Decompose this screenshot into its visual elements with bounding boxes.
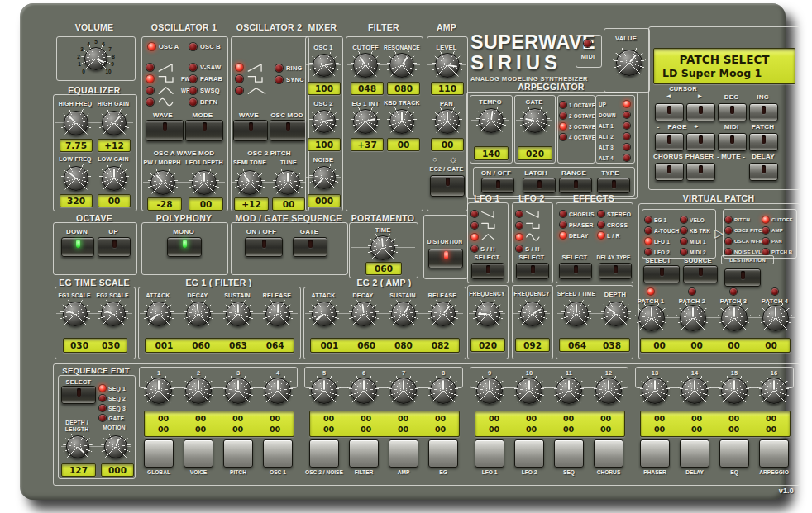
- value-knob[interactable]: [616, 50, 642, 76]
- portamento-time-knob[interactable]: [370, 235, 395, 260]
- low-gain-knob[interactable]: [102, 166, 127, 191]
- step-knob[interactable]: [721, 378, 748, 404]
- eq-page-button[interactable]: [719, 439, 749, 468]
- delay-mute-button[interactable]: [749, 163, 778, 181]
- tune-knob[interactable]: [275, 170, 300, 195]
- step-knob[interactable]: [225, 378, 251, 404]
- volume-knob[interactable]: [84, 47, 107, 70]
- cursor-left-button[interactable]: [655, 103, 684, 121]
- mixer-osc1-knob[interactable]: [313, 54, 336, 77]
- mixer-noise-knob[interactable]: [313, 166, 336, 189]
- arpeggio-page-button[interactable]: [759, 439, 789, 468]
- mixer-osc2-knob[interactable]: [313, 110, 336, 133]
- tempo-knob[interactable]: [479, 108, 504, 133]
- filter-page-button[interactable]: [349, 439, 379, 468]
- distortion-button[interactable]: [428, 249, 463, 268]
- eg1-attack-knob[interactable]: [146, 302, 171, 326]
- arp-latch-button[interactable]: [523, 178, 556, 193]
- step-knob[interactable]: [681, 378, 708, 404]
- lfo1-depth-knob[interactable]: [192, 170, 217, 195]
- low-freq-knob[interactable]: [64, 166, 88, 191]
- step-knob[interactable]: [595, 378, 622, 404]
- midi-button[interactable]: [718, 133, 747, 151]
- cursor-right-button[interactable]: [686, 103, 715, 121]
- semi-tone-knob[interactable]: [237, 170, 262, 195]
- mod-gate-onoff-button[interactable]: [245, 237, 283, 257]
- eg2-gate-button[interactable]: [430, 175, 465, 197]
- phaser-mute-button[interactable]: [686, 163, 715, 181]
- page-plus-button[interactable]: [686, 133, 715, 151]
- eg1-int-knob[interactable]: [353, 109, 378, 134]
- eg2-decay-knob[interactable]: [351, 302, 376, 326]
- level-knob[interactable]: [435, 53, 460, 78]
- fx-depth-knob[interactable]: [604, 302, 628, 326]
- step-knob[interactable]: [185, 378, 212, 404]
- eg1-scale-knob[interactable]: [63, 302, 88, 326]
- high-gain-knob[interactable]: [102, 111, 127, 135]
- eg1-release-knob[interactable]: [265, 302, 290, 326]
- step-knob[interactable]: [146, 378, 172, 404]
- motion-knob[interactable]: [104, 435, 127, 458]
- step-knob[interactable]: [761, 378, 787, 404]
- dec-button[interactable]: [718, 103, 747, 121]
- high-freq-knob[interactable]: [64, 111, 88, 135]
- osc2-mode-button[interactable]: [270, 120, 306, 141]
- voice-page-button[interactable]: [184, 439, 213, 468]
- mono-button[interactable]: [167, 237, 202, 257]
- speed-time-knob[interactable]: [564, 302, 589, 326]
- step-knob[interactable]: [390, 378, 417, 404]
- eg2-release-knob[interactable]: [431, 302, 456, 326]
- step-knob[interactable]: [642, 378, 668, 404]
- amp-page-button[interactable]: [389, 439, 418, 468]
- osc2-wave-button[interactable]: [233, 120, 268, 141]
- pitch-page-button[interactable]: [223, 439, 253, 468]
- eg1-decay-knob[interactable]: [186, 302, 211, 326]
- pan-knob[interactable]: [435, 109, 460, 134]
- lfo2-select-button[interactable]: [516, 263, 549, 279]
- chorus-mute-button[interactable]: [655, 163, 684, 181]
- delay-type-button[interactable]: [599, 263, 632, 279]
- vp-select-button[interactable]: [643, 265, 680, 283]
- arp-type-button[interactable]: [597, 178, 630, 193]
- lfo2-page-button[interactable]: [514, 439, 544, 468]
- patch-button[interactable]: [749, 133, 778, 151]
- step-knob[interactable]: [311, 378, 337, 404]
- kbd-track-knob[interactable]: [389, 109, 414, 134]
- seq-select-button[interactable]: [61, 386, 96, 404]
- pw-morph-knob[interactable]: [150, 170, 175, 195]
- mod-gate-gate-button[interactable]: [293, 237, 327, 257]
- step-knob[interactable]: [476, 378, 503, 404]
- step-knob[interactable]: [351, 378, 377, 404]
- step-knob[interactable]: [516, 378, 542, 404]
- page-minus-button[interactable]: [655, 133, 684, 151]
- osc2-noise-page-button[interactable]: [309, 439, 339, 468]
- lfo1-page-button[interactable]: [475, 439, 504, 468]
- patch2-knob[interactable]: [680, 305, 706, 331]
- arp-range-button[interactable]: [559, 178, 592, 193]
- fx-select-button[interactable]: [559, 263, 592, 279]
- patch3-knob[interactable]: [721, 305, 748, 331]
- lfo1-frequency-knob[interactable]: [475, 302, 500, 326]
- chorus-page-button[interactable]: [594, 439, 623, 468]
- phaser-page-button[interactable]: [640, 439, 670, 468]
- osc1-wave-button[interactable]: [146, 120, 184, 141]
- inc-button[interactable]: [749, 103, 778, 121]
- octave-up-button[interactable]: [98, 237, 131, 257]
- octave-down-button[interactable]: [61, 237, 94, 257]
- seq-page-button[interactable]: [554, 439, 584, 468]
- eg2-scale-knob[interactable]: [101, 302, 126, 326]
- depth-length-knob[interactable]: [66, 435, 89, 458]
- eg-page-button[interactable]: [428, 439, 458, 468]
- eg1-sustain-knob[interactable]: [226, 302, 251, 326]
- osc1-page-button[interactable]: [263, 439, 293, 468]
- patch4-knob[interactable]: [762, 305, 789, 331]
- lfo1-select-button[interactable]: [471, 263, 504, 279]
- lfo2-frequency-knob[interactable]: [520, 302, 545, 326]
- patch1-knob[interactable]: [638, 305, 665, 331]
- vp-destination-button[interactable]: [724, 268, 761, 287]
- vp-source-button[interactable]: [683, 265, 718, 283]
- step-knob[interactable]: [556, 378, 582, 404]
- step-knob[interactable]: [265, 378, 291, 404]
- global-page-button[interactable]: [144, 439, 174, 468]
- cutoff-knob[interactable]: [353, 53, 378, 78]
